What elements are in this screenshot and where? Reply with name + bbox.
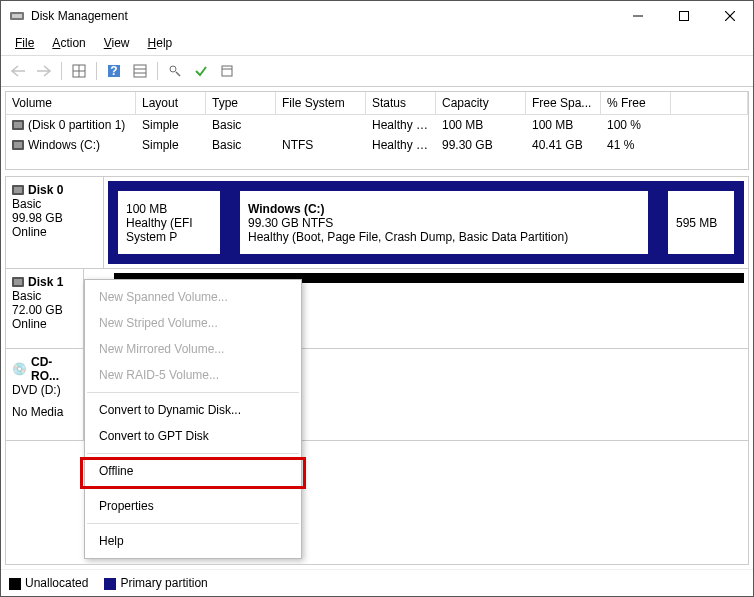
ctx-new-mirrored: New Mirrored Volume... [85, 336, 301, 362]
ctx-offline[interactable]: Offline [85, 458, 301, 484]
legend-primary: Primary partition [104, 576, 207, 590]
disk-icon [12, 185, 24, 195]
svg-rect-16 [222, 66, 232, 76]
toolbar-action-button[interactable] [164, 60, 186, 82]
toolbar-list-button[interactable] [129, 60, 151, 82]
svg-rect-11 [134, 65, 146, 77]
svg-point-14 [170, 66, 176, 72]
col-free[interactable]: Free Spa... [526, 92, 601, 114]
toolbar-check-button[interactable] [190, 60, 212, 82]
disk-info[interactable]: 💿CD-RO... DVD (D:) No Media [6, 349, 84, 440]
cdrom-icon: 💿 [12, 362, 27, 376]
disk-info[interactable]: Disk 1 Basic 72.00 GB Online [6, 269, 84, 348]
toolbar-grid-button[interactable] [68, 60, 90, 82]
volume-icon [12, 140, 24, 150]
context-menu: New Spanned Volume... New Striped Volume… [84, 279, 302, 559]
disk-row-0: Disk 0 Basic 99.98 GB Online 100 MB Heal… [6, 177, 748, 269]
volume-icon [12, 120, 24, 130]
col-status[interactable]: Status [366, 92, 436, 114]
menu-action[interactable]: Action [44, 33, 93, 53]
disk-icon [12, 277, 24, 287]
partition[interactable]: 100 MB Healthy (EFI System P [108, 181, 230, 264]
ctx-new-spanned: New Spanned Volume... [85, 284, 301, 310]
menu-file[interactable]: File [7, 33, 42, 53]
toolbar-props-button[interactable] [216, 60, 238, 82]
toolbar: ? [1, 56, 753, 87]
volume-row[interactable]: Windows (C:) Simple Basic NTFS Healthy (… [6, 135, 748, 155]
app-icon [9, 8, 25, 24]
maximize-button[interactable] [661, 1, 707, 31]
menu-help[interactable]: Help [140, 33, 181, 53]
ctx-help[interactable]: Help [85, 528, 301, 554]
legend-unallocated: Unallocated [9, 576, 88, 590]
disk-info[interactable]: Disk 0 Basic 99.98 GB Online [6, 177, 104, 268]
svg-rect-3 [680, 12, 689, 21]
volume-row[interactable]: (Disk 0 partition 1) Simple Basic Health… [6, 115, 748, 135]
back-button [7, 60, 29, 82]
col-layout[interactable]: Layout [136, 92, 206, 114]
ctx-convert-gpt[interactable]: Convert to GPT Disk [85, 423, 301, 449]
menubar: File Action View Help [1, 31, 753, 56]
col-fs[interactable]: File System [276, 92, 366, 114]
titlebar: Disk Management [1, 1, 753, 31]
ctx-properties[interactable]: Properties [85, 493, 301, 519]
minimize-button[interactable] [615, 1, 661, 31]
menu-view[interactable]: View [96, 33, 138, 53]
col-volume[interactable]: Volume [6, 92, 136, 114]
window-title: Disk Management [31, 9, 615, 23]
svg-text:?: ? [110, 64, 117, 78]
partition[interactable]: 595 MB [658, 181, 744, 264]
col-rest[interactable] [671, 92, 748, 114]
volume-header: Volume Layout Type File System Status Ca… [6, 92, 748, 115]
col-type[interactable]: Type [206, 92, 276, 114]
col-pctfree[interactable]: % Free [601, 92, 671, 114]
close-button[interactable] [707, 1, 753, 31]
partition[interactable]: Windows (C:) 99.30 GB NTFS Healthy (Boot… [230, 181, 658, 264]
svg-rect-1 [12, 14, 22, 18]
volume-table: Volume Layout Type File System Status Ca… [5, 91, 749, 170]
ctx-new-striped: New Striped Volume... [85, 310, 301, 336]
disk-map-pane: Disk 0 Basic 99.98 GB Online 100 MB Heal… [5, 176, 749, 565]
ctx-convert-dynamic[interactable]: Convert to Dynamic Disk... [85, 397, 301, 423]
forward-button [33, 60, 55, 82]
svg-line-15 [176, 72, 180, 76]
help-icon[interactable]: ? [103, 60, 125, 82]
col-capacity[interactable]: Capacity [436, 92, 526, 114]
legend: Unallocated Primary partition [1, 569, 753, 596]
ctx-new-raid5: New RAID-5 Volume... [85, 362, 301, 388]
